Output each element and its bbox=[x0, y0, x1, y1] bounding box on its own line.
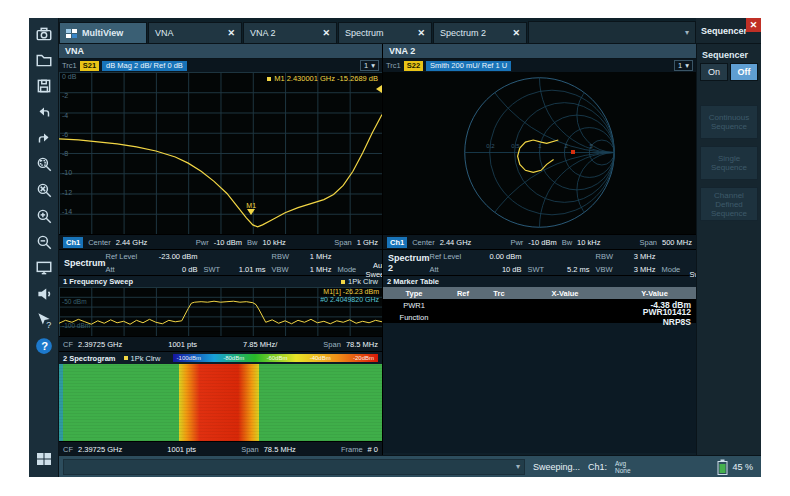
center-frequency[interactable]: 2.44 GHz bbox=[116, 238, 148, 247]
sequencer-group-label: Sequencer bbox=[697, 44, 761, 63]
sparam-chip[interactable]: S21 bbox=[80, 61, 99, 71]
y-axis-label: 0 dB bbox=[62, 73, 76, 80]
close-button[interactable]: ✕ bbox=[746, 18, 761, 32]
status-dropdown-icon[interactable]: ▾ bbox=[516, 462, 524, 471]
column-header: Trc bbox=[481, 289, 517, 298]
bandwidth-value[interactable]: 10 kHz bbox=[262, 238, 285, 247]
context-help-button[interactable]: ? bbox=[32, 308, 56, 332]
tab-bar: MultiView VNA ✕ VNA 2 ✕ Spectrum ✕ Spect… bbox=[59, 18, 696, 44]
sequencer-softkey[interactable]: Single Sequence bbox=[700, 146, 758, 180]
trace-legend[interactable]: 1Pk Clrw bbox=[341, 277, 378, 286]
battery-percent: 45 % bbox=[732, 462, 753, 472]
rbw-value[interactable]: 3 MHz bbox=[626, 252, 662, 261]
power-value[interactable]: -10 dBm bbox=[528, 238, 556, 247]
tab-spectrum[interactable]: Spectrum ✕ bbox=[338, 22, 432, 43]
tab-spectrum2[interactable]: Spectrum 2 ✕ bbox=[433, 22, 527, 43]
trace-format-chip[interactable]: dB Mag 2 dB/ Ref 0 dB bbox=[102, 61, 187, 71]
tab-vna2[interactable]: VNA 2 ✕ bbox=[243, 22, 337, 43]
vna-y-axis: 0 dB-2-4-6-8-10-12-14 bbox=[62, 73, 76, 215]
channel-chip[interactable]: Ch1 bbox=[63, 237, 83, 248]
zoom-select-icon bbox=[35, 155, 53, 173]
trace-legend[interactable]: 1Pk Clrw bbox=[124, 354, 161, 363]
spectrum2-config: Ref Level0.00 dBm RBW3 MHz Att10 dB SWT5… bbox=[430, 250, 719, 275]
frequency-sweep-chart[interactable]: -50 dBm -100 dBm M1[1] -26.23 dBm #0 2.4… bbox=[59, 287, 382, 336]
att-value[interactable]: 10 dB bbox=[470, 265, 528, 274]
tab-close-icon[interactable]: ✕ bbox=[217, 28, 235, 38]
zoom-select-button[interactable] bbox=[32, 152, 56, 176]
status-message-box[interactable]: ▾ bbox=[63, 459, 525, 475]
zoom-out-button[interactable] bbox=[32, 230, 56, 254]
ref-level-arrow-icon bbox=[376, 85, 382, 93]
rbw-value[interactable]: 1 MHz bbox=[302, 252, 338, 261]
tab-close-icon[interactable]: ✕ bbox=[407, 28, 425, 38]
sequencer-softkey[interactable]: Continuous Sequence bbox=[700, 105, 758, 139]
spectrum-header: Spectrum Ref Level-23.00 dBm RBW1 MHz At… bbox=[59, 250, 382, 276]
sparam-chip[interactable]: S22 bbox=[404, 61, 423, 71]
speaker-icon bbox=[35, 285, 53, 303]
att-value[interactable]: 0 dB bbox=[146, 265, 204, 274]
span-value[interactable]: 78.5 MHz bbox=[264, 445, 296, 454]
redo-button[interactable] bbox=[32, 126, 56, 150]
smith-axis-label: 0.2 bbox=[486, 143, 494, 149]
ref-level-value[interactable]: 0.00 dBm bbox=[470, 252, 528, 261]
spectrum2-header: Spectrum 2 Ref Level0.00 dBm RBW3 MHz At… bbox=[383, 250, 696, 276]
vna2-pane: VNA 2 Trc1 S22 Smith 200 mU/ Ref 1 U 1▾ bbox=[383, 44, 696, 250]
span-value[interactable]: 1 GHz bbox=[357, 238, 378, 247]
tab-overflow-button[interactable]: ▾ bbox=[679, 28, 695, 37]
trace-format-chip[interactable]: Smith 200 mU/ Ref 1 U bbox=[426, 61, 511, 71]
marker-readout: M1 2.430001 GHz -15.2689 dB bbox=[267, 74, 378, 83]
vbw-value[interactable]: 3 MHz bbox=[626, 265, 662, 274]
span-value[interactable]: 500 MHz bbox=[662, 238, 692, 247]
screenshot-button[interactable] bbox=[32, 22, 56, 46]
frame-value[interactable]: # 0 bbox=[368, 445, 378, 454]
windows-start-button[interactable] bbox=[32, 447, 56, 471]
marker-dot-icon bbox=[267, 77, 271, 81]
undo-button[interactable] bbox=[32, 100, 56, 124]
channel-chip[interactable]: Ch1 bbox=[387, 237, 407, 248]
spectrum2-pane-title[interactable]: Spectrum 2 bbox=[383, 250, 430, 275]
save-button[interactable] bbox=[32, 74, 56, 98]
spectrum-config: Ref Level-23.00 dBm RBW1 MHz Att0 dB SWT… bbox=[106, 250, 395, 275]
vna-pane-title[interactable]: VNA bbox=[59, 44, 382, 59]
window-select-dropdown[interactable]: 1▾ bbox=[674, 60, 693, 71]
open-button[interactable] bbox=[32, 48, 56, 72]
tab-multiview[interactable]: MultiView bbox=[59, 22, 147, 43]
swt-value[interactable]: 1.01 ms bbox=[230, 265, 272, 274]
sequencer-off-button[interactable]: Off bbox=[730, 63, 758, 81]
zoom-in-button[interactable] bbox=[32, 204, 56, 228]
display-icon bbox=[35, 259, 53, 277]
span-value[interactable]: 78.5 MHz bbox=[346, 340, 378, 349]
marker-table-row[interactable]: Function PWR101412 NRP8S bbox=[383, 311, 696, 323]
zoom-off-button[interactable] bbox=[32, 178, 56, 202]
sequencer-softkey[interactable]: Channel Defined Sequence bbox=[700, 187, 758, 221]
swt-value[interactable]: 5.2 ms bbox=[554, 265, 596, 274]
marker-m1[interactable]: M1 bbox=[246, 202, 256, 215]
spectrum-pane-title[interactable]: Spectrum bbox=[59, 250, 106, 275]
window-select-dropdown[interactable]: 1▾ bbox=[360, 60, 379, 71]
bandwidth-value[interactable]: 10 kHz bbox=[577, 238, 600, 247]
power-value[interactable]: -10 dBm bbox=[214, 238, 242, 247]
scale-label: -100dBm bbox=[177, 355, 201, 361]
zoom-in-icon bbox=[35, 207, 53, 225]
tab-close-icon[interactable]: ✕ bbox=[502, 28, 520, 38]
smith-chart[interactable]: 0.20.5125 bbox=[383, 72, 696, 234]
amplitude-label: -100 dBm bbox=[62, 322, 90, 329]
vna-chart[interactable]: 0 dB-2-4-6-8-10-12-14 M1 2.430001 GHz -1… bbox=[59, 72, 382, 234]
tab-vna[interactable]: VNA ✕ bbox=[148, 22, 242, 43]
volume-button[interactable] bbox=[32, 282, 56, 306]
cf-value[interactable]: 2.39725 GHz bbox=[78, 340, 122, 349]
vbw-value[interactable]: 1 MHz bbox=[302, 265, 338, 274]
vna2-pane-title[interactable]: VNA 2 bbox=[383, 44, 696, 59]
help-button[interactable]: ? bbox=[32, 334, 56, 358]
y-axis-label: -14 bbox=[62, 208, 76, 215]
center-frequency[interactable]: 2.44 GHz bbox=[440, 238, 472, 247]
marker-table-header: TypeRefTrcX-ValueY-Value bbox=[383, 287, 696, 299]
windows-icon bbox=[36, 451, 52, 467]
cf-value[interactable]: 2.39725 GHz bbox=[78, 445, 122, 454]
display-config-button[interactable] bbox=[32, 256, 56, 280]
ref-level-value[interactable]: -23.00 dBm bbox=[146, 252, 204, 261]
tab-close-icon[interactable]: ✕ bbox=[312, 28, 330, 38]
column-header: X-Value bbox=[517, 289, 613, 298]
sequencer-on-button[interactable]: On bbox=[700, 63, 728, 81]
spectrogram-chart[interactable] bbox=[59, 364, 382, 441]
